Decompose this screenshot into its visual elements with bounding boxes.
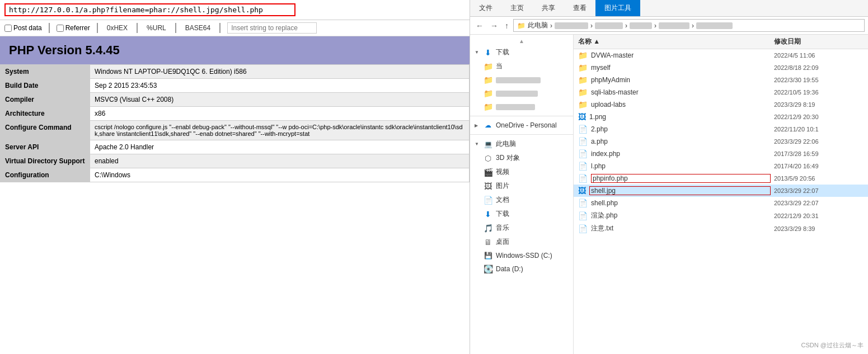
sidebar-sep1 — [470, 116, 573, 116]
file-name: index.php — [591, 150, 771, 158]
file-icon: 🖼 — [578, 112, 586, 121]
list-item[interactable]: 🖼1.png2022/12/9 20:30 — [574, 111, 868, 123]
browser-panel: Post data Referrer 0xHEX %URL BASE64 PHP… — [0, 0, 470, 354]
explorer-tab-共享[interactable]: 共享 — [533, 0, 564, 16]
list-item[interactable]: 📄渲染.php2022/12/9 20:31 — [574, 209, 868, 222]
sidebar-item-drive-d[interactable]: 💽 Data (D:) — [470, 262, 573, 276]
table-row: Build DateSep 2 2015 23:45:53 — [1, 79, 470, 93]
php-value: C:\Windows — [90, 168, 470, 182]
desktop-icon: 🖥 — [484, 238, 492, 247]
sep2 — [97, 23, 98, 33]
sidebar-item-music[interactable]: 🎵 音乐 — [470, 221, 573, 235]
file-icon: 📄 — [578, 224, 588, 233]
list-item[interactable]: 📄a.php2023/3/29 22:06 — [574, 135, 868, 148]
folder-icon3: 📁 — [484, 89, 492, 98]
file-date: 2017/3/28 16:59 — [774, 150, 864, 157]
sidebar-item-pc[interactable]: ▼ 💻 此电脑 — [470, 137, 573, 151]
sidebar-blurred3 — [496, 104, 535, 110]
sidebar-label-pc: 此电脑 — [496, 139, 516, 149]
sidebar-label-download2: 下载 — [496, 209, 509, 219]
url-encode-button[interactable]: %URL — [144, 23, 168, 33]
list-item[interactable]: 📁DVWA-master2022/4/5 11:06 — [574, 49, 868, 62]
list-item[interactable]: 📁myself2022/8/18 22:09 — [574, 62, 868, 74]
col-header-date: 修改日期 — [774, 37, 864, 46]
video-icon: 🎬 — [484, 168, 492, 177]
php-value: MSVC9 (Visual C++ 2008) — [90, 93, 470, 107]
file-icon: 📄 — [578, 199, 588, 207]
explorer-tab-查看[interactable]: 查看 — [564, 0, 595, 16]
file-date: 2023/3/29 22:06 — [774, 138, 864, 145]
sidebar-item-video[interactable]: 🎬 视频 — [470, 165, 573, 179]
3d-icon: ⬡ — [484, 154, 492, 163]
table-row: Configure Commandcscript /nologo configu… — [1, 121, 470, 140]
toolbar-row: Post data Referrer 0xHEX %URL BASE64 — [0, 20, 470, 36]
path-blurred5 — [696, 22, 733, 29]
php-version: PHP Version 5.4.45 — [9, 43, 461, 58]
post-data-checkbox[interactable]: Post data — [4, 24, 42, 32]
file-list-header: 名称 ▲ 修改日期 — [574, 35, 868, 49]
sidebar-item-3d[interactable]: ⬡ 3D 对象 — [470, 151, 573, 165]
php-content: PHP Version 5.4.45 SystemWindows NT LAPT… — [0, 36, 470, 354]
list-item[interactable]: 📄shell.php2023/3/29 22:07 — [574, 197, 868, 209]
file-name: DVWA-master — [591, 51, 771, 59]
file-icon: 📄 — [578, 125, 588, 134]
nav-forward[interactable]: → — [488, 20, 500, 31]
list-item[interactable]: 📄index.php2017/3/28 16:59 — [574, 148, 868, 160]
list-item[interactable]: 📁upload-labs2023/3/29 8:19 — [574, 98, 868, 111]
sidebar-item-drive[interactable]: 💾 Windows-SSD (C:) — [470, 249, 573, 262]
sidebar-item-b3[interactable]: 📁 — [470, 100, 573, 114]
list-item[interactable]: 📄phpinfo.php2013/5/9 20:56 — [574, 172, 868, 185]
sidebar-item-b2[interactable]: 📁 — [470, 87, 573, 100]
table-row: ConfigurationC:\Windows — [1, 168, 470, 182]
url-input[interactable] — [4, 3, 295, 16]
image-icon: 🖼 — [484, 182, 492, 191]
path-icon: 📁 — [517, 22, 526, 30]
php-header: PHP Version 5.4.45 — [0, 36, 470, 64]
nav-up[interactable]: ↑ — [503, 20, 511, 31]
sidebar-item-onedrive[interactable]: ▶ ☁ OneDrive - Personal — [470, 119, 573, 132]
list-item[interactable]: 📁sqli-labs-master2022/10/5 19:36 — [574, 86, 868, 98]
sidebar-arrow6: ▶ — [475, 123, 480, 128]
explorer-panel: 文件主页共享查看图片工具 ← → ↑ 📁 此电脑 › › › › › ▲ ▼ ⬇ — [470, 0, 868, 354]
php-key: Server API — [1, 140, 90, 154]
list-item[interactable]: 📄2.php2022/11/20 10:1 — [574, 123, 868, 135]
sidebar-item-download[interactable]: ▼ ⬇ 下载 — [470, 45, 573, 59]
file-icon: 📄 — [578, 162, 588, 171]
sidebar: ▲ ▼ ⬇ 下载 📁 当 📁 📁 — [470, 35, 574, 354]
explorer-tab-文件[interactable]: 文件 — [470, 0, 501, 16]
sidebar-sep2 — [470, 134, 573, 135]
sidebar-label-image: 图片 — [496, 181, 509, 191]
sidebar-item-image[interactable]: 🖼 图片 — [470, 179, 573, 193]
sidebar-label-docs: 文档 — [496, 195, 509, 205]
sidebar-item-docs[interactable]: 📄 文档 — [470, 193, 573, 207]
file-name: myself — [591, 64, 771, 72]
sidebar-item-desktop[interactable]: 🖥 桌面 — [470, 235, 573, 249]
sidebar-item-current[interactable]: 📁 当 — [470, 59, 573, 73]
sidebar-blurred2 — [496, 91, 538, 97]
file-name: upload-labs — [591, 101, 771, 108]
nav-back[interactable]: ← — [473, 20, 486, 31]
explorer-tab-图片工具[interactable]: 图片工具 — [595, 0, 640, 16]
file-date: 2022/4/5 11:06 — [774, 52, 864, 59]
php-key: Configure Command — [1, 121, 90, 140]
explorer-tab-主页[interactable]: 主页 — [501, 0, 533, 16]
sidebar-label-drive: Windows-SSD (C:) — [496, 252, 552, 259]
file-name: 2.php — [591, 125, 771, 133]
address-path[interactable]: 📁 此电脑 › › › › › — [513, 19, 865, 32]
sidebar-item-download2[interactable]: ⬇ 下载 — [470, 207, 573, 221]
file-date: 2022/8/18 22:09 — [774, 64, 864, 71]
list-item[interactable]: 📄注意.txt2023/3/29 8:39 — [574, 222, 868, 235]
hex-button[interactable]: 0xHEX — [105, 23, 130, 33]
file-name: 注意.txt — [591, 224, 771, 233]
table-row: Server APIApache 2.0 Handler — [1, 140, 470, 154]
referrer-checkbox[interactable]: Referrer — [57, 24, 90, 32]
list-item[interactable]: 🖼shell.jpg2023/3/29 22:07 — [574, 185, 868, 197]
list-item[interactable]: 📄l.php2017/4/20 16:49 — [574, 160, 868, 172]
list-item[interactable]: 📁phpMyAdmin2022/3/30 19:55 — [574, 74, 868, 86]
file-date: 2023/3/29 22:07 — [774, 200, 864, 206]
file-date: 2023/3/29 8:39 — [774, 225, 864, 232]
sidebar-item-b1[interactable]: 📁 — [470, 73, 573, 87]
file-items-container: 📁DVWA-master2022/4/5 11:06📁myself2022/8/… — [574, 49, 868, 235]
insert-field[interactable] — [227, 22, 317, 34]
base64-button[interactable]: BASE64 — [183, 23, 213, 33]
